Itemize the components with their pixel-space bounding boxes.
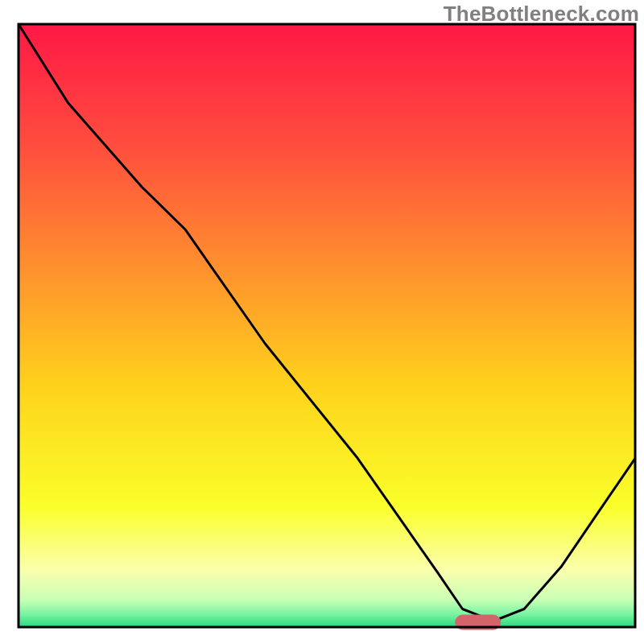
plot-background — [19, 24, 635, 627]
watermark-text: TheBottleneck.com — [444, 2, 639, 27]
bottleneck-plot — [0, 0, 644, 644]
chart-stage: TheBottleneck.com — [0, 0, 644, 644]
